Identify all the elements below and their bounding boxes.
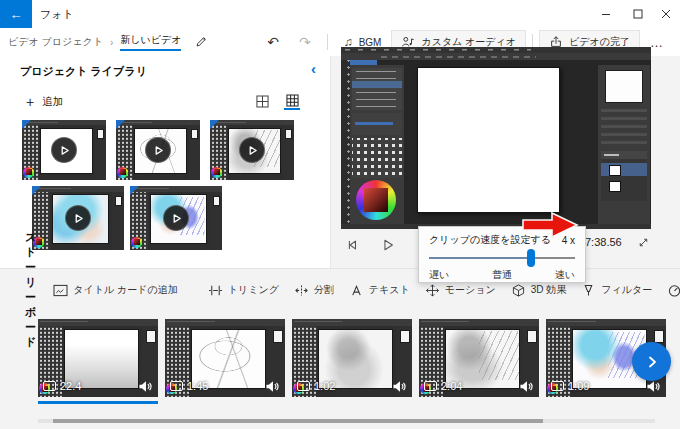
play-button[interactable] [380,237,396,253]
volume-icon [138,380,153,393]
previous-frame-button[interactable] [344,237,360,253]
filters-button[interactable]: フィルター [581,283,652,297]
selected-clip-indicator [38,401,158,404]
storyboard-clip[interactable]: 22.4 [38,319,158,397]
duration-frame-icon [424,381,437,391]
paint-app-toolstrip [341,60,350,229]
clip-volume-button[interactable] [392,380,407,393]
speed-button[interactable]: 速度 [667,283,680,297]
minimize-icon [601,9,611,19]
undo-button[interactable]: ↶ [257,30,289,54]
speed-slider[interactable] [429,249,575,267]
minimize-button[interactable] [592,0,620,28]
split-icon [294,284,309,297]
library-video-thumbnail[interactable] [32,186,124,250]
volume-icon [519,380,534,393]
play-overlay-icon [51,137,77,163]
motion-button[interactable]: モーション [425,283,496,297]
video-fold-badge [210,120,222,132]
chevron-left-icon: ‹ [311,60,316,77]
video-fold-badge [32,186,44,198]
breadcrumb-video-projects[interactable]: ビデオ プロジェクト [8,35,103,49]
navigator-thumbnail [605,70,643,103]
undo-icon: ↶ [267,34,279,50]
library-video-thumbnail[interactable] [130,186,222,250]
clip-duration-badge: 1:02 [297,380,335,392]
clip-duration-badge: 1:09 [551,380,589,392]
grid-small-icon [256,95,269,108]
titlebar: ← フォト [0,0,680,28]
add-label: 追加 [42,95,63,109]
grid-small-view-button[interactable] [254,94,270,110]
duration-frame-icon [43,381,56,391]
speed-label-fast: 速い [555,268,575,282]
color-wheel [117,167,128,178]
app-title: フォト [40,0,74,28]
3d-effects-button[interactable]: 3D 効果 [511,283,567,297]
breadcrumb-chevron-icon: › [110,37,113,48]
redo-icon: ↷ [299,34,311,50]
plus-icon: + [26,94,34,110]
close-button[interactable] [652,0,680,28]
split-button[interactable]: 分割 [294,283,334,297]
play-overlay-icon [239,137,265,163]
storyboard-clip[interactable]: 1:45 [165,319,285,397]
clip-volume-button[interactable] [646,380,661,393]
close-icon [661,9,671,19]
redo-button[interactable]: ↷ [289,30,321,54]
layer-row [601,179,647,192]
trim-button[interactable]: トリミング [208,283,279,297]
speed-label-normal: 普通 [492,268,512,282]
text-icon [349,284,364,297]
breadcrumb-new-video[interactable]: 新しいビデオ [120,33,181,51]
speed-slider-thumb[interactable] [527,249,535,267]
volume-icon [646,380,661,393]
photos-app-window: ← フォト ビデオ プロジェクト › 新しいビデオ ↶ [0,0,680,429]
speed-icon [667,284,680,297]
horizontal-scrollbar[interactable] [38,419,655,423]
breadcrumb: ビデオ プロジェクト › 新しいビデオ [8,28,208,56]
clip-duration-badge: 22.4 [43,380,81,392]
storyboard-clips: 22.4 1:45 [38,319,666,397]
storyboard-clip[interactable]: 2:04 [419,319,539,397]
color-wheel [211,167,222,178]
chevron-right-icon [644,354,660,370]
fullscreen-button[interactable] [634,233,652,251]
clip-duration-badge: 1:45 [170,380,208,392]
speed-label-slow: 遅い [429,268,449,282]
rename-button[interactable] [194,35,208,49]
maximize-icon [633,9,643,19]
collapse-pane-button[interactable]: ‹ [311,60,316,77]
back-button[interactable]: ← [0,0,32,28]
clip-volume-button[interactable] [265,380,280,393]
expand-diagonal-icon [637,236,650,249]
color-wheel [23,167,34,178]
storyboard-section: ストーリーボード タイトル カードの追加 トリミング [0,268,680,429]
maximize-button[interactable] [624,0,652,28]
volume-icon [392,380,407,393]
play-icon [381,238,395,252]
duration-frame-icon [551,381,564,391]
bgm-label: BGM [359,37,382,48]
scroll-clips-right-button[interactable] [632,342,671,381]
video-fold-badge [116,120,128,132]
video-fold-badge [130,186,142,198]
grid-large-view-button[interactable] [284,94,300,110]
library-title: プロジェクト ライブラリ [20,64,147,79]
scrollbar-thumb[interactable] [53,419,543,423]
storyboard-clip[interactable]: 1:02 [292,319,412,397]
video-preview[interactable] [341,47,651,229]
library-video-thumbnail[interactable] [22,120,106,180]
clip-volume-button[interactable] [519,380,534,393]
clip-volume-button[interactable] [138,380,153,393]
text-button[interactable]: テキスト [349,283,410,297]
add-title-card-button[interactable]: タイトル カードの追加 [53,283,177,297]
red-annotation-arrow [522,211,579,239]
grid-large-icon [286,94,299,107]
more-icon: … [650,35,664,50]
paint-app-canvas [417,67,560,213]
library-video-thumbnail[interactable] [210,120,294,180]
add-media-button[interactable]: + 追加 [26,94,63,110]
project-library-pane: プロジェクト ライブラリ ‹ + 追加 [0,56,331,268]
library-video-thumbnail[interactable] [116,120,200,180]
